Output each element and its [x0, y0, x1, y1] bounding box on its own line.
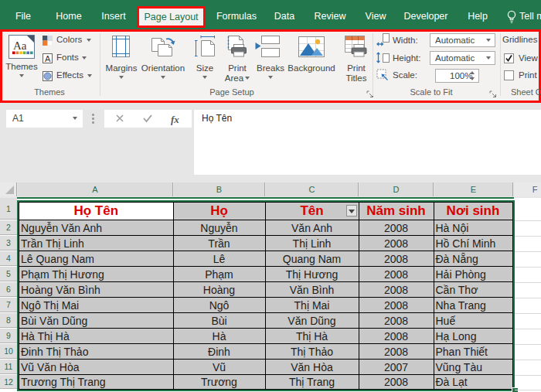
svg-text:Aa: Aa: [13, 39, 27, 52]
svg-text:fx: fx: [171, 114, 179, 125]
svg-text:A: A: [45, 54, 51, 63]
